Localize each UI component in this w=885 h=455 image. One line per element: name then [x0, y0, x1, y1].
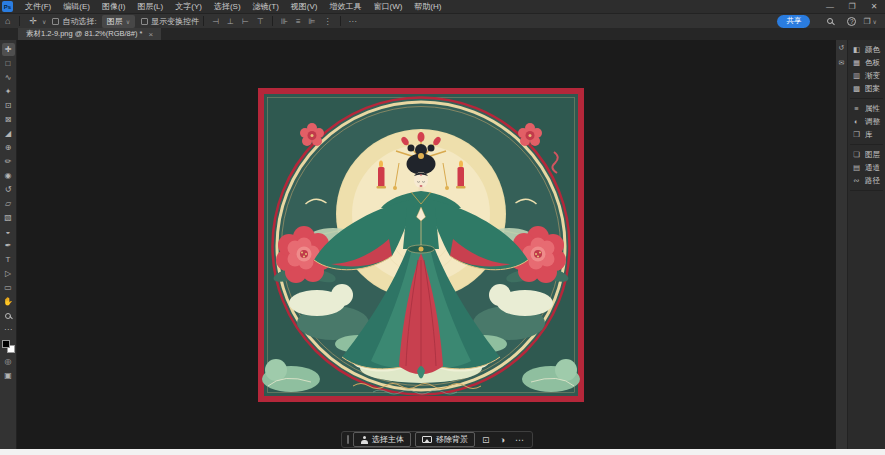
history-brush-tool[interactable]: ↺ — [2, 183, 15, 196]
menu-bar: Ps 文件(F) 编辑(E) 图像(I) 图层(L) 文字(Y) 选择(S) 滤… — [0, 0, 885, 13]
panel-label: 图案 — [865, 84, 880, 94]
workspace-switcher[interactable]: ❐ ∨ — [863, 17, 877, 26]
remove-background-label: 移除背景 — [436, 434, 468, 445]
more-icon[interactable]: ⋯ — [512, 435, 527, 445]
menu-plugins[interactable]: 增效工具 — [323, 0, 367, 13]
menu-select[interactable]: 选择(S) — [208, 0, 247, 13]
healing-brush-tool[interactable]: ⊕ — [2, 141, 15, 154]
show-transform-label: 显示变换控件 — [151, 16, 199, 27]
align-center-icon[interactable]: ⊥ — [223, 17, 238, 26]
document-tab-bar: 素材1.2-9.png @ 81.2%(RGB/8#) * × — [0, 28, 885, 40]
panel-label: 渐变 — [865, 71, 880, 81]
path-selection-tool[interactable]: ▷ — [2, 267, 15, 280]
lasso-tool[interactable]: ∿ — [2, 71, 15, 84]
share-button[interactable]: 共享 — [777, 15, 810, 28]
search-icon[interactable] — [827, 18, 833, 24]
marquee-tool[interactable]: □ — [2, 57, 15, 70]
align-top-icon[interactable]: ⊤ — [253, 17, 268, 26]
select-subject-button[interactable]: 选择主体 — [353, 432, 411, 447]
panel-paths[interactable]: ∾ 路径 — [848, 174, 885, 187]
brush-tool[interactable]: ✏ — [2, 155, 15, 168]
menu-filter[interactable]: 滤镜(T) — [247, 0, 285, 13]
more-options-icon[interactable]: ⋯ — [345, 17, 361, 26]
panel-label: 色板 — [865, 58, 880, 68]
eyedropper-tool[interactable]: ◢ — [2, 127, 15, 140]
photoshop-logo: Ps — [2, 1, 13, 12]
distribute-left-icon[interactable]: ⊫ — [305, 17, 320, 26]
panel-properties[interactable]: ≡ 属性 — [848, 102, 885, 115]
panel-list: ◧ 颜色 ▦ 色板 ▥ 渐变 ▩ 图案 ≡ 属性 ◐ 调整 — [848, 40, 885, 449]
menu-type[interactable]: 文字(Y) — [169, 0, 208, 13]
panel-gradients[interactable]: ▥ 渐变 — [848, 69, 885, 82]
auto-select-checkbox[interactable] — [52, 18, 59, 25]
chevron-down-icon[interactable]: ∨ — [42, 18, 46, 25]
transform-icon[interactable]: ⊡ — [479, 435, 493, 445]
tools-panel: ✛ □ ∿ ✦ ⊡ ⊠ ◢ ⊕ ✏ ◉ ↺ ▱ ▧ ◒ ✒ T ▷ ▭ ✋ ⋯ … — [0, 40, 17, 449]
color-swatches[interactable] — [2, 340, 15, 353]
menu-file[interactable]: 文件(F) — [19, 0, 57, 13]
history-icon[interactable]: ↺ — [839, 44, 845, 52]
panel-color[interactable]: ◧ 颜色 — [848, 43, 885, 56]
pen-tool[interactable]: ✒ — [2, 239, 15, 252]
panel-label: 调整 — [865, 117, 880, 127]
foreground-color-swatch[interactable] — [2, 340, 10, 348]
menu-edit[interactable]: 编辑(E) — [57, 0, 96, 13]
edit-toolbar-button[interactable]: ⋯ — [2, 323, 15, 336]
panel-label: 颜色 — [865, 45, 880, 55]
quick-mask-button[interactable]: ◎ — [2, 355, 15, 368]
move-tool-icon[interactable]: ✛ — [24, 16, 42, 26]
properties-panel-icon: ≡ — [852, 104, 861, 113]
panel-libraries[interactable]: ❒ 库 — [848, 128, 885, 141]
comments-icon[interactable]: ✉ — [839, 59, 845, 67]
panel-layers[interactable]: ❏ 图层 — [848, 148, 885, 161]
hand-tool[interactable]: ✋ — [2, 295, 15, 308]
taskbar-drag-handle[interactable] — [347, 435, 349, 444]
panel-adjustments[interactable]: ◐ 调整 — [848, 115, 885, 128]
object-selection-tool[interactable]: ✦ — [2, 85, 15, 98]
document-tab-title: 素材1.2-9.png @ 81.2%(RGB/8#) * — [26, 29, 142, 39]
menu-layer[interactable]: 图层(L) — [131, 0, 169, 13]
align-right-icon[interactable]: ⊢ — [238, 17, 253, 26]
menu-image[interactable]: 图像(I) — [96, 0, 132, 13]
frame-tool[interactable]: ⊠ — [2, 113, 15, 126]
screen-mode-button[interactable]: ▣ — [2, 369, 15, 382]
close-button[interactable]: ✕ — [863, 0, 885, 13]
crop-tool[interactable]: ⊡ — [2, 99, 15, 112]
panel-swatches[interactable]: ▦ 色板 — [848, 56, 885, 69]
type-tool[interactable]: T — [2, 253, 15, 266]
remove-background-button[interactable]: 移除背景 — [415, 432, 475, 447]
maximize-button[interactable]: ❐ — [841, 0, 863, 13]
smudge-tool[interactable]: ◒ — [2, 225, 15, 238]
adjustments-panel-icon: ◐ — [852, 117, 861, 126]
panel-channels[interactable]: ▤ 通道 — [848, 161, 885, 174]
person-icon — [360, 436, 368, 444]
home-icon[interactable]: ⌂ — [0, 16, 15, 26]
minimize-button[interactable]: — — [819, 0, 841, 13]
align-left-icon[interactable]: ⊣ — [208, 17, 223, 26]
zoom-tool[interactable] — [2, 309, 15, 322]
auto-select-label: 自动选择: — [62, 16, 96, 27]
show-transform-checkbox[interactable] — [141, 18, 148, 25]
menu-window[interactable]: 窗口(W) — [367, 0, 408, 13]
shape-tool[interactable]: ▭ — [2, 281, 15, 294]
distribute-vertical-icon[interactable]: ≡ — [292, 17, 305, 26]
clone-stamp-tool[interactable]: ◉ — [2, 169, 15, 182]
move-tool[interactable]: ✛ — [2, 43, 15, 56]
auto-select-target-dropdown[interactable]: 图层 ∨ — [102, 15, 135, 28]
adjustments-icon[interactable]: ◑ — [497, 435, 508, 445]
panel-label: 库 — [865, 130, 873, 140]
panel-patterns[interactable]: ▩ 图案 — [848, 82, 885, 95]
help-icon[interactable]: ? — [847, 17, 856, 26]
tab-close-icon[interactable]: × — [148, 30, 153, 39]
canvas-artwork[interactable] — [258, 88, 584, 402]
gradient-tool[interactable]: ▧ — [2, 211, 15, 224]
eraser-tool[interactable]: ▱ — [2, 197, 15, 210]
photoshop-window: Ps 文件(F) 编辑(E) 图像(I) 图层(L) 文字(Y) 选择(S) 滤… — [0, 0, 885, 455]
distribute-horizontal-icon[interactable]: ⊪ — [277, 17, 292, 26]
auto-select-target-value: 图层 — [107, 16, 123, 27]
menu-view[interactable]: 视图(V) — [285, 0, 324, 13]
document-tab[interactable]: 素材1.2-9.png @ 81.2%(RGB/8#) * × — [18, 28, 161, 40]
menu-help[interactable]: 帮助(H) — [408, 0, 447, 13]
right-panel-dock: ↺ ✉ ◧ 颜色 ▦ 色板 ▥ 渐变 ▩ 图案 ≡ 属性 — [836, 40, 885, 449]
distribute-top-icon[interactable]: ⋮ — [320, 17, 336, 26]
